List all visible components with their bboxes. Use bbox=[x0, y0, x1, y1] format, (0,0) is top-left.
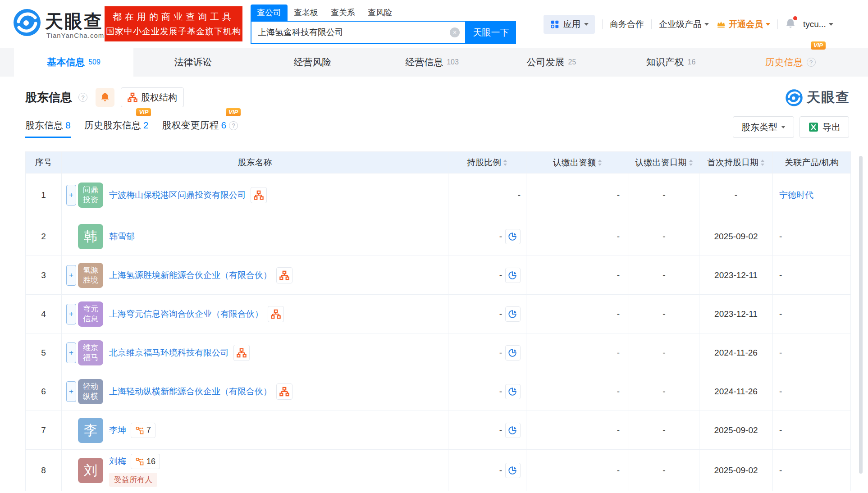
subtab-count: 2 bbox=[143, 120, 149, 130]
equity-chart-icon-button[interactable] bbox=[276, 267, 292, 283]
pie-chart-icon bbox=[508, 387, 518, 397]
expand-button[interactable]: + bbox=[66, 381, 76, 402]
tab-operating-info[interactable]: 经营信息 103 bbox=[372, 48, 492, 77]
shareholder-name-link[interactable]: 上海穹元信息咨询合伙企业（有限合伙） bbox=[109, 308, 263, 320]
expand-button[interactable]: + bbox=[66, 342, 76, 363]
equity-chart-icon-button[interactable] bbox=[276, 383, 292, 400]
shareholder-table-body: 1 + 问鼎 投资 宁波梅山保税港区问鼎投资有限公司 bbox=[26, 173, 851, 491]
expand-button[interactable]: + bbox=[66, 185, 76, 205]
relation-count-badge[interactable]: 7 bbox=[131, 423, 155, 438]
expand-button[interactable]: + bbox=[66, 265, 76, 286]
sort-icon[interactable] bbox=[503, 160, 507, 166]
tab-legal-proceedings[interactable]: 法律诉讼 bbox=[133, 48, 253, 77]
subscribed-amount-value: - bbox=[526, 256, 629, 295]
pie-chart-icon bbox=[508, 270, 518, 280]
pie-chart-icon-button[interactable] bbox=[505, 306, 521, 322]
related-product-link[interactable]: 宁德时代 bbox=[779, 190, 813, 200]
user-menu[interactable]: tycu... bbox=[803, 19, 833, 29]
related-product-link: - bbox=[779, 466, 782, 475]
monitor-bell-button[interactable] bbox=[96, 88, 114, 107]
first-holding-date-value: 2023-12-11 bbox=[699, 256, 773, 295]
apps-menu[interactable]: 应用 bbox=[544, 15, 595, 34]
nav-business-cooperation[interactable]: 商务合作 bbox=[610, 18, 644, 30]
nav-enterprise-products[interactable]: 企业级产品 bbox=[659, 18, 709, 30]
search-tab-boss[interactable]: 查老板 bbox=[288, 5, 324, 21]
tab-count: 509 bbox=[88, 58, 101, 66]
shareholder-name-link[interactable]: 刘梅 bbox=[109, 456, 126, 467]
search-button[interactable]: 天眼一下 bbox=[466, 21, 516, 44]
pie-chart-icon-button[interactable] bbox=[505, 268, 521, 283]
shareholder-type-filter[interactable]: 股东类型 bbox=[733, 116, 794, 138]
username: tycu... bbox=[803, 19, 826, 29]
shareholder-name-link[interactable]: 上海轻动纵横新能源合伙企业（有限合伙） bbox=[109, 386, 272, 397]
watermark-logo: 天眼查 bbox=[785, 88, 850, 107]
shareholder-avatar: 问鼎 投资 bbox=[78, 183, 103, 208]
sort-icon[interactable] bbox=[689, 160, 693, 166]
equity-structure-button[interactable]: 股权结构 bbox=[121, 87, 184, 107]
equity-chart-icon-button[interactable] bbox=[268, 306, 284, 322]
shareholder-name-link[interactable]: 韩雪郁 bbox=[109, 231, 135, 242]
pie-chart-icon bbox=[508, 348, 518, 358]
shareholder-name-link[interactable]: 上海氢源胜境新能源合伙企业（有限合伙） bbox=[109, 269, 272, 281]
row-number: 6 bbox=[26, 372, 62, 411]
subtab-label: 股东信息 bbox=[25, 120, 63, 130]
subscribed-amount-value: - bbox=[526, 217, 629, 256]
help-icon[interactable]: ? bbox=[229, 121, 238, 130]
tab-count: 25 bbox=[568, 58, 576, 66]
table-row: 4 + 穹元 信息 上海穹元信息咨询合伙企业（有限合伙） bbox=[26, 295, 851, 333]
related-product-link: - bbox=[779, 270, 782, 280]
shareholder-name-link[interactable]: 北京维京福马环境科技有限公司 bbox=[109, 347, 229, 359]
subscribed-date-value: - bbox=[629, 372, 699, 411]
export-label: 导出 bbox=[822, 121, 841, 133]
related-product-link: - bbox=[779, 348, 782, 357]
subscribed-date-value: - bbox=[629, 411, 699, 450]
tab-basic-info[interactable]: 基本信息 509 bbox=[14, 48, 133, 77]
vertical-scrollbar[interactable] bbox=[859, 156, 863, 474]
share-ratio-value: - bbox=[499, 309, 502, 319]
pie-chart-icon-button[interactable] bbox=[505, 463, 521, 478]
tab-operating-risk[interactable]: 经营风险 bbox=[253, 48, 372, 77]
tianyancha-logo[interactable] bbox=[13, 8, 41, 37]
first-holding-date-value: - bbox=[699, 173, 773, 217]
tab-history-info[interactable]: 历史信息 ? VIP bbox=[731, 48, 850, 77]
search-tab-risk[interactable]: 查风险 bbox=[361, 5, 398, 21]
search-tab-company[interactable]: 查公司 bbox=[251, 5, 288, 21]
notification-bell[interactable] bbox=[785, 18, 796, 31]
col-subscribed-date: 认缴出资日期 bbox=[629, 152, 699, 173]
share-ratio-value: - bbox=[518, 190, 521, 200]
pie-chart-icon-button[interactable] bbox=[505, 384, 521, 399]
col-related-products: 关联产品/机构 bbox=[773, 152, 851, 173]
relation-count-badge[interactable]: 16 bbox=[131, 454, 160, 469]
nav-open-vip[interactable]: 开通会员 bbox=[716, 18, 770, 30]
relation-graph-icon bbox=[135, 426, 144, 435]
sort-icon[interactable] bbox=[598, 160, 602, 166]
subtab-history-shareholders[interactable]: 历史股东信息2 VIP bbox=[84, 119, 149, 138]
share-ratio-value: - bbox=[499, 348, 502, 358]
tab-label: 法律诉讼 bbox=[174, 56, 212, 68]
help-icon[interactable]: ? bbox=[78, 93, 87, 102]
subtab-shareholders[interactable]: 股东信息8 bbox=[25, 119, 71, 138]
table-row: 8 刘 刘梅 16 受益所有人 bbox=[26, 450, 851, 491]
help-icon[interactable]: ? bbox=[807, 58, 816, 67]
sort-icon[interactable] bbox=[761, 160, 765, 166]
export-button[interactable]: 导出 bbox=[799, 116, 849, 138]
tab-company-development[interactable]: 公司发展 25 bbox=[492, 48, 611, 77]
tab-count: 103 bbox=[447, 58, 459, 66]
search-tab-relation[interactable]: 查关系 bbox=[324, 5, 361, 21]
shareholder-name-link[interactable]: 宁波梅山保税港区问鼎投资有限公司 bbox=[109, 189, 246, 201]
expand-button[interactable]: + bbox=[66, 304, 76, 324]
pie-chart-icon-button[interactable] bbox=[505, 229, 521, 244]
search-input[interactable] bbox=[251, 27, 450, 37]
pie-chart-icon-button[interactable] bbox=[505, 345, 521, 361]
related-product-link: - bbox=[779, 309, 782, 319]
shareholder-name-link[interactable]: 李坤 bbox=[109, 425, 126, 436]
pie-chart-icon-button[interactable] bbox=[505, 423, 521, 438]
equity-chart-icon-button[interactable] bbox=[233, 345, 250, 361]
subtab-equity-change-history[interactable]: 股权变更历程6? VIP bbox=[162, 119, 238, 138]
subscribed-date-value: - bbox=[629, 173, 699, 217]
equity-chart-icon-button[interactable] bbox=[251, 187, 267, 203]
tab-intellectual-property[interactable]: 知识产权 16 bbox=[611, 48, 731, 77]
subtab-label: 历史股东信息 bbox=[84, 120, 141, 130]
row-number: 4 bbox=[26, 295, 62, 333]
clear-icon[interactable]: × bbox=[450, 27, 460, 37]
